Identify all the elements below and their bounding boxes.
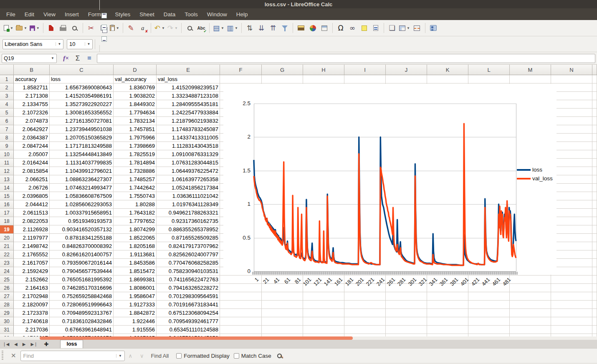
font-name-combobox[interactable]: Liberation Sans ▼ bbox=[3, 39, 63, 49]
cell-M29[interactable] bbox=[510, 309, 551, 317]
column-header-G[interactable]: G bbox=[262, 65, 303, 75]
cell-H30[interactable] bbox=[303, 317, 344, 326]
cell-J28[interactable] bbox=[386, 301, 427, 309]
cell-partial[interactable] bbox=[592, 276, 597, 284]
columns-dropdown-icon[interactable]: ▼ bbox=[235, 26, 238, 30]
cell-C29[interactable]: 0.709489592313767 bbox=[50, 309, 114, 317]
cell-D29[interactable]: 1.8842872 bbox=[114, 309, 157, 317]
cell-E17[interactable]: 0.949621788263321 bbox=[157, 209, 220, 217]
cell-B2[interactable]: 1.8582711 bbox=[14, 83, 50, 92]
cell-N7[interactable] bbox=[551, 125, 592, 134]
cell-D20[interactable]: 1.8522065 bbox=[114, 234, 157, 242]
cell-E14[interactable]: 1.05241856217384 bbox=[157, 184, 220, 192]
cell-partial[interactable] bbox=[592, 301, 597, 309]
cell-N10[interactable] bbox=[551, 150, 592, 159]
column-header-B[interactable]: B bbox=[14, 65, 50, 75]
cell-B9[interactable]: 2.0847244 bbox=[14, 142, 50, 150]
cell-N13[interactable] bbox=[551, 175, 592, 184]
menu-styles[interactable]: Styles bbox=[111, 9, 135, 20]
cell-E21[interactable]: 0.824179173707962 bbox=[157, 242, 220, 250]
cell-J31[interactable] bbox=[386, 326, 427, 334]
cell-B26[interactable]: 2.164163 bbox=[14, 284, 50, 292]
cell-C28[interactable]: 0.728069519996643 bbox=[50, 301, 114, 309]
cell-D28[interactable]: 1.9127333 bbox=[114, 301, 157, 309]
cell-partial[interactable] bbox=[592, 234, 597, 242]
cell-partial[interactable] bbox=[592, 317, 597, 326]
first-sheet-button[interactable]: ❘◀ bbox=[0, 342, 12, 346]
headers-and-footers-button[interactable] bbox=[370, 22, 381, 34]
next-sheet-button[interactable]: ▶ bbox=[20, 342, 28, 346]
print-button[interactable] bbox=[58, 22, 68, 34]
cell-N29[interactable] bbox=[551, 309, 592, 317]
cell-E13[interactable]: 1.06163977265358 bbox=[157, 175, 220, 184]
cell-D30[interactable]: 1.922446 bbox=[114, 317, 157, 326]
cell-B8[interactable]: 2.0364387 bbox=[14, 134, 50, 142]
cell-partial[interactable] bbox=[592, 284, 597, 292]
cell-partial[interactable] bbox=[592, 117, 597, 125]
rows-dropdown-icon[interactable]: ▼ bbox=[221, 26, 224, 30]
split-window-button[interactable] bbox=[412, 22, 422, 34]
clone-formatting-button[interactable]: ✎ bbox=[126, 22, 137, 34]
cell-I29[interactable] bbox=[344, 309, 386, 317]
cell-C14[interactable]: 1.07463214993477 bbox=[50, 184, 114, 192]
row-header-12[interactable]: 12 bbox=[0, 167, 14, 175]
cell-L29[interactable] bbox=[468, 309, 510, 317]
cell-partial[interactable] bbox=[592, 159, 597, 167]
cell-H27[interactable] bbox=[303, 292, 344, 301]
cell-C7[interactable]: 1.23739449501038 bbox=[50, 125, 114, 134]
name-box[interactable] bbox=[2, 54, 57, 63]
cell-M25[interactable] bbox=[510, 276, 551, 284]
cell-C22[interactable]: 0.826616201400757 bbox=[50, 250, 114, 259]
cell-J1[interactable] bbox=[386, 75, 427, 83]
cell-N27[interactable] bbox=[551, 292, 592, 301]
row-header-10[interactable]: 10 bbox=[0, 150, 14, 159]
align-bottom-button[interactable] bbox=[98, 33, 111, 45]
cell-M30[interactable] bbox=[510, 317, 551, 326]
formatted-display-checkbox[interactable] bbox=[176, 353, 182, 359]
cell-B29[interactable]: 2.1723378 bbox=[14, 309, 50, 317]
cell-partial[interactable] bbox=[592, 142, 597, 150]
cell-I30[interactable] bbox=[344, 317, 386, 326]
cell-M1[interactable] bbox=[510, 75, 551, 83]
cell-C13[interactable]: 1.08863236427307 bbox=[50, 175, 114, 184]
cell-partial[interactable] bbox=[592, 83, 597, 92]
cell-D12[interactable]: 1.7328886 bbox=[114, 167, 157, 175]
cell-B4[interactable]: 2.1334755 bbox=[14, 100, 50, 109]
row-header-30[interactable]: 30 bbox=[0, 317, 14, 326]
cell-N18[interactable] bbox=[551, 217, 592, 225]
cell-C23[interactable]: 0.793590672016144 bbox=[50, 259, 114, 267]
cell-partial[interactable] bbox=[592, 209, 597, 217]
cell-N11[interactable] bbox=[551, 159, 592, 167]
cell-M31[interactable] bbox=[510, 326, 551, 334]
cell-B22[interactable]: 2.1765552 bbox=[14, 250, 50, 259]
cell-partial[interactable] bbox=[592, 259, 597, 267]
column-header-K[interactable]: K bbox=[427, 65, 468, 75]
cell-I28[interactable] bbox=[344, 301, 386, 309]
chart-object[interactable]: 00.511.522.51214161811011211411611812012… bbox=[223, 84, 557, 275]
cell-D3[interactable]: 1.9038202 bbox=[114, 92, 157, 100]
row-header-28[interactable]: 28 bbox=[0, 301, 14, 309]
cell-G27[interactable] bbox=[262, 292, 303, 301]
cell-partial[interactable] bbox=[592, 134, 597, 142]
cell-E10[interactable]: 1.09100876331329 bbox=[157, 150, 220, 159]
cell-D24[interactable]: 1.8515472 bbox=[114, 267, 157, 276]
toolbar-grip[interactable] bbox=[2, 351, 3, 361]
cell-partial[interactable] bbox=[592, 75, 597, 83]
find-combobox[interactable]: ▼ bbox=[20, 351, 125, 361]
sort-button[interactable]: ⇅ bbox=[244, 22, 255, 34]
sheet-tab-loss[interactable]: loss bbox=[60, 340, 83, 348]
cell-F28[interactable] bbox=[220, 301, 262, 309]
row-header-17[interactable]: 17 bbox=[0, 209, 14, 217]
cell-J29[interactable] bbox=[386, 309, 427, 317]
cell-B17[interactable]: 2.0611513 bbox=[14, 209, 50, 217]
center-vertically-button[interactable] bbox=[98, 22, 111, 33]
row-header-3[interactable]: 3 bbox=[0, 92, 14, 100]
font-name-dropdown-icon[interactable]: ▼ bbox=[56, 42, 63, 46]
row-header-11[interactable]: 11 bbox=[0, 159, 14, 167]
row-header-18[interactable]: 18 bbox=[0, 217, 14, 225]
cell-F1[interactable] bbox=[220, 75, 262, 83]
cell-D1[interactable]: val_accuracy bbox=[114, 75, 157, 83]
column-header-C[interactable]: C bbox=[50, 65, 114, 75]
undo-button[interactable]: ↶▼ bbox=[154, 22, 166, 34]
cell-E28[interactable]: 0.701916673183441 bbox=[157, 301, 220, 309]
